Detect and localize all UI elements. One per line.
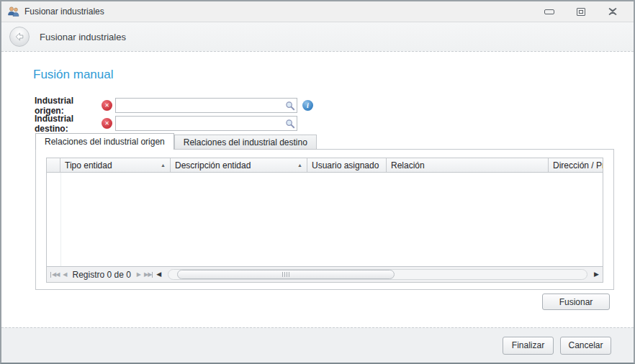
close-icon: [608, 8, 617, 15]
destino-label: Industrial destino:: [35, 114, 102, 134]
back-button[interactable]: [9, 27, 30, 47]
minimize-button[interactable]: [541, 5, 557, 18]
table-header-indicator: [47, 158, 60, 172]
tab-relaciones-destino[interactable]: Relaciones del industrial destino: [174, 135, 317, 150]
hscroll-left-button[interactable]: ◀: [156, 271, 161, 278]
sort-asc-icon: ▲: [156, 163, 166, 168]
tab-relaciones-origen[interactable]: Relaciones del industrial origen: [35, 133, 174, 150]
pager-bar: ◀◀ ◀ Registro 0 de 0 ▶ ▶▶ ◀ ▶: [47, 266, 603, 282]
main-content: Fusión manual Industrial origen: ✕ i Ind…: [1, 52, 634, 327]
field-row-destino: Industrial destino: ✕: [35, 116, 297, 131]
pager-first-button[interactable]: ◀◀: [50, 272, 59, 278]
pager-record-text: Registro 0 de 0: [70, 270, 132, 280]
title-bar: Fusionar industriales: [1, 1, 634, 22]
pager-last-button[interactable]: ▶▶: [144, 272, 153, 278]
search-icon: [285, 119, 295, 129]
table-header-tipo-entidad[interactable]: Tipo entidad ▲: [60, 158, 171, 172]
horizontal-scrollbar-thumb[interactable]: [177, 270, 395, 279]
scrollbar-grip: [287, 272, 287, 277]
scrollbar-grip: [289, 272, 289, 277]
section-heading: Fusión manual: [33, 68, 114, 82]
dialog-window: Fusionar industriales Fusionar industria…: [0, 0, 635, 364]
back-arrow-icon: [14, 31, 25, 42]
relation-tabs: Relaciones del industrial origen Relacio…: [35, 133, 317, 150]
destino-error-icon: ✕: [102, 118, 112, 129]
info-icon[interactable]: i: [302, 100, 313, 111]
scrollbar-grip: [282, 272, 283, 277]
pager-next-button[interactable]: ▶: [137, 272, 140, 278]
origen-search-button[interactable]: [283, 99, 297, 112]
table-header-usuario-asignado[interactable]: Usuario asignado: [307, 158, 387, 172]
window-title: Fusionar industriales: [24, 6, 104, 17]
merge-users-icon: [7, 6, 20, 17]
finalizar-button[interactable]: Finalizar: [503, 337, 554, 355]
origen-input[interactable]: [116, 99, 283, 112]
relations-table: Tipo entidad ▲ Descripción entidad ▲ Usu…: [46, 158, 603, 283]
header-bar: Fusionar industriales: [1, 22, 634, 52]
origen-label: Industrial origen:: [35, 96, 102, 116]
table-header-direccion-propietario[interactable]: Dirección / Prop: [549, 158, 603, 172]
close-button[interactable]: [605, 5, 621, 18]
field-row-origen: Industrial origen: ✕ i: [35, 98, 313, 113]
search-icon: [285, 101, 295, 111]
cancelar-button[interactable]: Cancelar: [560, 337, 611, 355]
fusionar-button[interactable]: Fusionar: [542, 294, 610, 310]
table-header-row: Tipo entidad ▲ Descripción entidad ▲ Usu…: [47, 158, 603, 173]
destino-lookup-box: [115, 116, 297, 131]
pager-prev-button[interactable]: ◀: [63, 272, 66, 278]
table-body-empty: [47, 173, 603, 266]
table-header-descripcion-entidad[interactable]: Descripción entidad ▲: [171, 158, 307, 172]
window-controls: [541, 5, 634, 18]
scrollbar-grip: [284, 272, 285, 277]
origen-error-icon: ✕: [102, 100, 112, 111]
minimize-icon: [544, 9, 554, 14]
footer-bar: Finalizar Cancelar: [1, 327, 634, 363]
indicator-column-divider: [60, 173, 61, 266]
destino-input[interactable]: [116, 117, 283, 129]
sort-asc-icon: ▲: [293, 163, 302, 168]
origen-lookup-box: [115, 98, 297, 113]
relations-groupbox: Tipo entidad ▲ Descripción entidad ▲ Usu…: [35, 149, 614, 290]
table-header-relacion[interactable]: Relación: [387, 158, 549, 172]
page-title: Fusionar industriales: [40, 32, 126, 42]
maximize-button[interactable]: [573, 5, 589, 18]
horizontal-scrollbar[interactable]: [168, 269, 587, 280]
hscroll-right-button[interactable]: ▶: [594, 271, 599, 278]
destino-search-button[interactable]: [283, 117, 297, 130]
maximize-icon: [577, 8, 585, 16]
